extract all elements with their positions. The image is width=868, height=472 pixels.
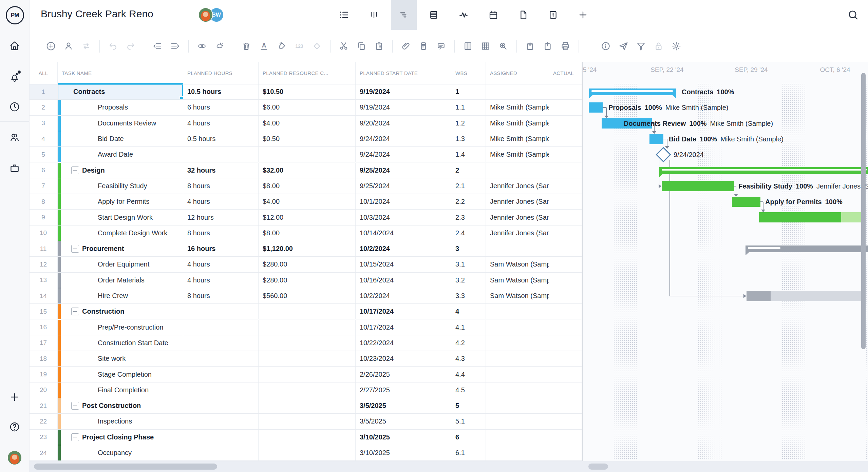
cell-task-name[interactable]: Design	[58, 163, 183, 178]
tab-activity[interactable]	[451, 0, 476, 30]
cell-task-name[interactable]: Contracts	[58, 84, 183, 99]
gantt-task-bar[interactable]	[589, 102, 603, 113]
copy-icon[interactable]	[356, 41, 366, 51]
cell-hours[interactable]	[183, 320, 259, 335]
cell-actual[interactable]	[549, 414, 582, 429]
cell-assigned[interactable]	[486, 351, 549, 366]
cell-start[interactable]: 3/10/2025	[356, 430, 451, 445]
gantt-task-bar[interactable]	[747, 291, 771, 301]
cell-assigned[interactable]	[486, 367, 549, 382]
cell-start[interactable]: 10/15/2024	[356, 257, 451, 272]
cut-icon[interactable]	[339, 41, 349, 51]
cell-hours[interactable]	[183, 351, 259, 366]
cell-hours[interactable]: 4 hours	[183, 116, 259, 131]
cell-task-name[interactable]: Inspections	[58, 414, 183, 429]
cell-wbs[interactable]: 3.3	[451, 288, 486, 303]
cell-wbs[interactable]: 5	[451, 398, 486, 413]
row-number[interactable]: 2	[29, 100, 58, 115]
gantt-vscrollbar[interactable]	[861, 73, 866, 349]
row-number[interactable]: 12	[29, 257, 58, 272]
app-logo[interactable]: PM	[6, 6, 24, 24]
cell-hours[interactable]: 12 hours	[183, 210, 259, 225]
row-number[interactable]: 14	[29, 288, 58, 303]
gantt-summary-bar[interactable]	[659, 167, 868, 174]
cell-task-name[interactable]: Apply for Permits	[58, 194, 183, 209]
row-number[interactable]: 10	[29, 225, 58, 241]
gantt-summary-bar[interactable]	[746, 245, 868, 252]
cell-wbs[interactable]: 4.3	[451, 351, 486, 366]
columns-icon[interactable]	[463, 41, 473, 51]
cell-assigned[interactable]	[486, 304, 549, 319]
row-number[interactable]: 22	[29, 414, 58, 429]
cell-start[interactable]: 9/25/2024	[356, 178, 451, 194]
collapse-icon[interactable]	[71, 245, 79, 253]
tab-sheet[interactable]	[421, 0, 447, 30]
cell-start[interactable]: 10/3/2024	[356, 210, 451, 225]
cell-assigned[interactable]: Mike Smith (Sample)	[486, 147, 549, 162]
cell-task-name[interactable]: Documents Review	[58, 116, 183, 131]
gantt-task-bar-remaining[interactable]	[841, 212, 862, 222]
cell-hours[interactable]	[183, 147, 259, 162]
paste-icon[interactable]	[374, 41, 384, 51]
cell-assigned[interactable]	[486, 445, 549, 460]
cell-hours[interactable]	[183, 335, 259, 351]
share-icon[interactable]	[618, 41, 628, 51]
cell-task-name[interactable]: Complete Design Work	[58, 225, 183, 241]
cell-actual[interactable]	[549, 100, 582, 115]
tab-list[interactable]	[331, 0, 357, 30]
gantt-task-bar[interactable]	[649, 134, 663, 144]
cell-task-name[interactable]: Procurement	[58, 241, 183, 256]
cell-wbs[interactable]: 1.4	[451, 147, 486, 162]
table-hscrollbar[interactable]	[34, 464, 217, 470]
cell-start[interactable]: 3/5/2025	[356, 398, 451, 413]
cell-cost[interactable]: $4.00	[259, 116, 356, 131]
cell-start[interactable]: 10/22/2024	[356, 335, 451, 351]
cell-task-name[interactable]: Prep/Pre-construction	[58, 320, 183, 335]
cell-wbs[interactable]: 6.1	[451, 445, 486, 460]
cell-task-name[interactable]: Start Design Work	[58, 210, 183, 225]
tab-risks[interactable]	[540, 0, 566, 30]
cell-start[interactable]: 10/23/2024	[356, 351, 451, 366]
cell-assigned[interactable]: Sam Watson (Sample)	[486, 257, 549, 272]
cell-cost[interactable]	[259, 304, 356, 319]
cell-start[interactable]: 10/17/2024	[356, 320, 451, 335]
cell-actual[interactable]	[549, 288, 582, 303]
gantt-task-bar[interactable]	[759, 212, 841, 222]
row-number[interactable]: 15	[29, 304, 58, 319]
cell-actual[interactable]	[549, 335, 582, 351]
cell-task-name[interactable]: Final Completion	[58, 382, 183, 398]
cell-cost[interactable]	[259, 147, 356, 162]
collapse-icon[interactable]	[71, 166, 79, 174]
cell-actual[interactable]	[549, 445, 582, 460]
cell-cost[interactable]	[259, 398, 356, 413]
cell-actual[interactable]	[549, 210, 582, 225]
cell-task-name[interactable]: Proposals	[58, 100, 183, 115]
cell-actual[interactable]	[549, 382, 582, 398]
row-number[interactable]: 3	[29, 116, 58, 131]
cell-start[interactable]: 2/26/2025	[356, 367, 451, 382]
cell-wbs[interactable]: 2	[451, 163, 486, 178]
cell-actual[interactable]	[549, 351, 582, 366]
sidebar-item-clock-icon[interactable]	[9, 101, 20, 113]
cell-task-name[interactable]: Order Materials	[58, 273, 183, 288]
attachment-icon[interactable]	[401, 41, 411, 51]
cell-hours[interactable]: 8 hours	[183, 225, 259, 241]
cell-assigned[interactable]	[486, 163, 549, 178]
cell-actual[interactable]	[549, 367, 582, 382]
cell-start[interactable]: 9/24/2024	[356, 131, 451, 146]
collapse-icon[interactable]	[71, 308, 79, 315]
import-icon[interactable]	[525, 41, 535, 51]
cell-wbs[interactable]: 4.2	[451, 335, 486, 351]
tab-gantt[interactable]	[391, 0, 417, 30]
cell-cost[interactable]	[259, 430, 356, 445]
cell-task-name[interactable]: Stage Completion	[58, 367, 183, 382]
cell-actual[interactable]	[549, 241, 582, 256]
row-number[interactable]: 21	[29, 398, 58, 413]
cell-hours[interactable]	[183, 430, 259, 445]
table-icon[interactable]	[480, 41, 491, 51]
tab-calendar[interactable]	[480, 0, 506, 30]
cell-hours[interactable]: 32 hours	[183, 163, 259, 178]
column-header-name[interactable]: TASK NAME	[58, 62, 183, 84]
member-avatar[interactable]	[198, 7, 213, 22]
row-number[interactable]: 7	[29, 178, 58, 194]
